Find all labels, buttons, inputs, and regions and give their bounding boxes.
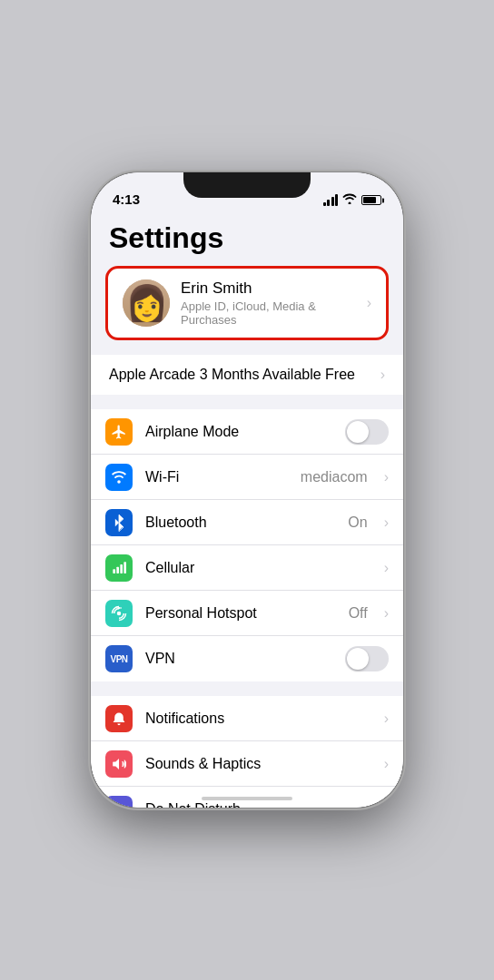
connectivity-group: Airplane Mode Wi-Fi mediacom ›	[91, 409, 403, 681]
wifi-row[interactable]: Wi-Fi mediacom ›	[91, 455, 403, 500]
hotspot-icon	[105, 600, 133, 627]
profile-chevron-icon: ›	[367, 295, 371, 311]
screen: 4:13	[91, 172, 403, 808]
notifications-label: Notifications	[145, 710, 371, 727]
promo-chevron-icon: ›	[380, 367, 385, 383]
sounds-icon	[105, 750, 133, 778]
wifi-chevron-icon: ›	[384, 469, 389, 485]
phone-frame: 4:13	[91, 172, 403, 808]
page-title: Settings	[91, 212, 403, 266]
wifi-icon	[105, 464, 133, 491]
wifi-status-icon	[342, 193, 357, 207]
airplane-mode-toggle[interactable]	[345, 419, 389, 445]
profile-section[interactable]: Erin Smith Apple ID, iCloud, Media & Pur…	[105, 266, 389, 340]
bluetooth-icon	[105, 509, 133, 536]
profile-row[interactable]: Erin Smith Apple ID, iCloud, Media & Pur…	[108, 269, 386, 338]
notch	[183, 172, 311, 198]
bluetooth-row[interactable]: Bluetooth On ›	[91, 500, 403, 545]
notifications-group: Notifications › Sounds & Haptics ›	[91, 696, 403, 808]
notifications-row[interactable]: Notifications ›	[91, 696, 403, 741]
bluetooth-label: Bluetooth	[145, 514, 335, 531]
cellular-chevron-icon: ›	[384, 560, 389, 576]
do-not-disturb-icon	[105, 796, 133, 808]
airplane-mode-icon	[105, 418, 133, 446]
svg-rect-3	[124, 562, 126, 573]
bluetooth-value: On	[348, 514, 367, 531]
cellular-label: Cellular	[145, 560, 371, 576]
svg-point-4	[117, 612, 122, 616]
svg-rect-1	[116, 567, 119, 573]
status-icons	[323, 193, 382, 207]
home-indicator	[202, 797, 292, 800]
svg-rect-0	[113, 569, 115, 573]
airplane-mode-label: Airplane Mode	[145, 424, 332, 440]
vpn-toggle[interactable]	[345, 646, 389, 671]
wifi-value: mediacom	[301, 469, 368, 485]
sounds-chevron-icon: ›	[384, 756, 389, 772]
profile-subtitle: Apple ID, iCloud, Media & Purchases	[181, 299, 356, 327]
hotspot-label: Personal Hotspot	[145, 605, 336, 622]
hotspot-row[interactable]: Personal Hotspot Off ›	[91, 591, 403, 636]
do-not-disturb-chevron-icon: ›	[384, 801, 389, 808]
vpn-icon: VPN	[105, 645, 133, 672]
do-not-disturb-label: Do Not Disturb	[145, 801, 371, 808]
cellular-icon	[105, 554, 133, 582]
notifications-chevron-icon: ›	[384, 710, 389, 727]
avatar-face	[123, 279, 170, 327]
sounds-label: Sounds & Haptics	[145, 756, 371, 772]
promo-text: Apple Arcade 3 Months Available Free	[109, 367, 355, 383]
status-time: 4:13	[113, 191, 140, 207]
battery-icon	[361, 195, 381, 205]
vpn-row[interactable]: VPN VPN	[91, 636, 403, 681]
bluetooth-chevron-icon: ›	[384, 514, 389, 531]
promo-section[interactable]: Apple Arcade 3 Months Available Free ›	[91, 355, 403, 395]
notifications-icon	[105, 705, 133, 732]
svg-rect-2	[120, 564, 123, 573]
cellular-row[interactable]: Cellular ›	[91, 545, 403, 591]
hotspot-value: Off	[349, 605, 368, 622]
profile-name: Erin Smith	[181, 279, 356, 298]
wifi-label: Wi-Fi	[145, 469, 288, 485]
airplane-mode-row[interactable]: Airplane Mode	[91, 409, 403, 455]
battery-fill	[363, 197, 376, 203]
sounds-row[interactable]: Sounds & Haptics ›	[91, 741, 403, 787]
profile-info: Erin Smith Apple ID, iCloud, Media & Pur…	[181, 279, 356, 327]
content-scroll[interactable]: Settings Erin Smith Apple ID, iCloud, Me…	[91, 212, 403, 808]
promo-row[interactable]: Apple Arcade 3 Months Available Free ›	[91, 355, 403, 395]
signal-bars-icon	[323, 194, 339, 206]
vpn-label: VPN	[145, 651, 332, 667]
hotspot-chevron-icon: ›	[384, 605, 389, 622]
avatar	[123, 279, 170, 327]
